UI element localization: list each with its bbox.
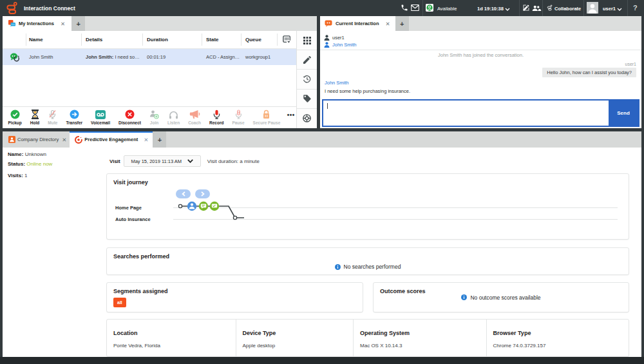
predictive-engagement-content: Name: Unknown Status: Online now Visits:… — [3, 148, 641, 357]
help-button[interactable]: ? — [633, 4, 638, 12]
app: Interaction Connect Available 1d 19:10:3… — [0, 0, 644, 364]
interactions-table: Name Details Duration State Queue — [3, 31, 317, 128]
tool-label: Mute — [48, 120, 57, 125]
col-icon — [3, 31, 26, 48]
detail-label: Location — [113, 330, 236, 336]
segments-title: Segments assigned — [113, 288, 168, 294]
status-label[interactable]: Available — [437, 6, 457, 12]
email-icon[interactable] — [411, 5, 419, 12]
call-toolbar: Pickup Hold — [3, 106, 296, 128]
send-button[interactable]: Send — [609, 101, 638, 126]
notes-button[interactable] — [297, 50, 317, 70]
collaborate-label[interactable]: Collaborate — [554, 6, 581, 12]
details-preview: I need so… — [113, 54, 139, 60]
close-tab-icon[interactable]: ✕ — [60, 21, 66, 27]
tab-current-interaction[interactable]: Current Interaction ✕ — [320, 16, 395, 31]
mute-icon — [48, 109, 57, 120]
outcomes-card: Outcome scores No outcome scores availab… — [373, 282, 629, 312]
app-title: Interaction Connect — [24, 5, 75, 12]
col-queue[interactable]: Queue — [241, 31, 277, 48]
chevron-down-icon[interactable] — [617, 6, 622, 12]
text-caret — [327, 103, 328, 109]
tab-my-interactions[interactable]: My Interactions ✕ — [3, 16, 71, 31]
top-row: My Interactions ✕ + Name Details Duratio… — [3, 16, 641, 128]
cell-duration: 00:01:19 — [142, 54, 202, 60]
col-duration[interactable]: Duration — [142, 31, 202, 48]
segments-card: Segments assigned all — [106, 282, 363, 312]
add-tab-button[interactable]: + — [71, 16, 85, 31]
detail-value: Ponte Vedra, Florida — [113, 343, 236, 349]
collaborate-genesys-icon[interactable] — [546, 4, 553, 13]
history-button[interactable] — [297, 70, 317, 89]
tab-predictive-engagement[interactable]: Predictive Engagement ✕ — [70, 131, 153, 148]
visit-date-dropdown[interactable]: May 15, 2019 11:13 AM — [124, 155, 201, 167]
listen-icon — [169, 109, 178, 120]
available-status-icon[interactable] — [426, 4, 433, 13]
disconnect-button[interactable]: Disconnect — [114, 108, 145, 125]
secure-pause-button[interactable]: Secure Pause — [249, 108, 285, 125]
table-empty-space — [3, 65, 296, 106]
searches-empty-text: No searches performed — [344, 263, 401, 270]
more-options-button[interactable]: ••• — [285, 111, 298, 125]
col-name[interactable]: Name — [26, 31, 81, 48]
tool-label: Secure Pause — [253, 120, 281, 125]
participant-agent[interactable]: user1 — [324, 34, 638, 41]
agent-message-author: user1 — [320, 62, 636, 66]
join-button[interactable]: Join — [146, 108, 164, 125]
record-button[interactable]: Record — [205, 108, 228, 125]
col-details[interactable]: Details — [81, 31, 142, 48]
mute-button[interactable]: Mute — [44, 108, 62, 125]
chat-text-input[interactable] — [323, 101, 609, 126]
voicemail-button[interactable]: Voicemail — [87, 108, 115, 125]
segment-badge[interactable]: all — [113, 298, 126, 307]
avatar[interactable] — [587, 2, 598, 15]
close-tab-icon[interactable]: ✕ — [61, 137, 67, 143]
add-tab-button[interactable]: + — [153, 131, 166, 148]
detail-label: Browser Type — [493, 330, 629, 336]
close-tab-icon[interactable]: ✕ — [143, 137, 149, 143]
customer-message-author: John Smith — [325, 80, 641, 86]
listen-button[interactable]: Listen — [164, 108, 184, 125]
searches-card: Searches performed No searches performed — [106, 247, 629, 275]
column-picker-icon[interactable] — [277, 31, 296, 48]
tool-label: Record — [209, 120, 223, 125]
participant-customer[interactable]: John Smith — [324, 41, 638, 48]
interaction-row[interactable]: John Smith John Smith: I need so… 00:01:… — [3, 49, 296, 65]
agent-message-bubble: Hello John, how can I assist you today? — [542, 68, 636, 77]
pause-button[interactable]: Pause — [228, 108, 249, 125]
dialpad-grid-button[interactable] — [297, 31, 317, 50]
user-name[interactable]: user1 — [603, 6, 616, 12]
assistance-button[interactable] — [297, 109, 317, 128]
transfer-button[interactable]: Transfer — [62, 108, 87, 125]
compose-icon[interactable] — [522, 4, 530, 13]
journey-event-chat-icon — [199, 202, 208, 211]
searches-empty: No searches performed — [107, 248, 629, 274]
predictive-engagement-icon — [75, 136, 82, 144]
phone-icon[interactable] — [401, 4, 408, 13]
tab-company-directory[interactable]: Company Directory ✕ — [6, 131, 70, 148]
pencil-icon — [303, 56, 311, 64]
separator — [627, 0, 628, 16]
close-tab-icon[interactable]: ✕ — [385, 21, 391, 27]
tool-label: Disconnect — [118, 120, 141, 125]
transfer-icon — [70, 109, 79, 120]
visits-label: Visits: — [8, 173, 23, 178]
bottom-panel: Company Directory ✕ Predictive Engagemen… — [3, 131, 641, 357]
visits-value: 1 — [24, 173, 27, 178]
timer-text[interactable]: 1d 19:10:38 — [477, 6, 504, 12]
hold-button[interactable]: Hold — [26, 108, 43, 125]
coach-button[interactable]: Coach — [184, 108, 205, 125]
tag-button[interactable] — [297, 90, 317, 109]
journey-row-label: Home Page — [115, 205, 142, 211]
chevron-down-icon[interactable] — [505, 6, 510, 12]
directory-people-icon[interactable] — [532, 5, 542, 13]
tool-label: Transfer — [66, 120, 82, 125]
tool-label: Hold — [30, 120, 39, 125]
col-state[interactable]: State — [202, 31, 241, 48]
record-icon — [213, 109, 221, 120]
add-tab-button[interactable]: + — [395, 16, 409, 31]
table-header: Name Details Duration State Queue — [3, 31, 296, 49]
pickup-button[interactable]: Pickup — [4, 108, 26, 125]
current-interaction-panel: Current Interaction ✕ + user1 John Smith… — [320, 16, 641, 128]
tab-label: My Interactions — [19, 21, 54, 26]
